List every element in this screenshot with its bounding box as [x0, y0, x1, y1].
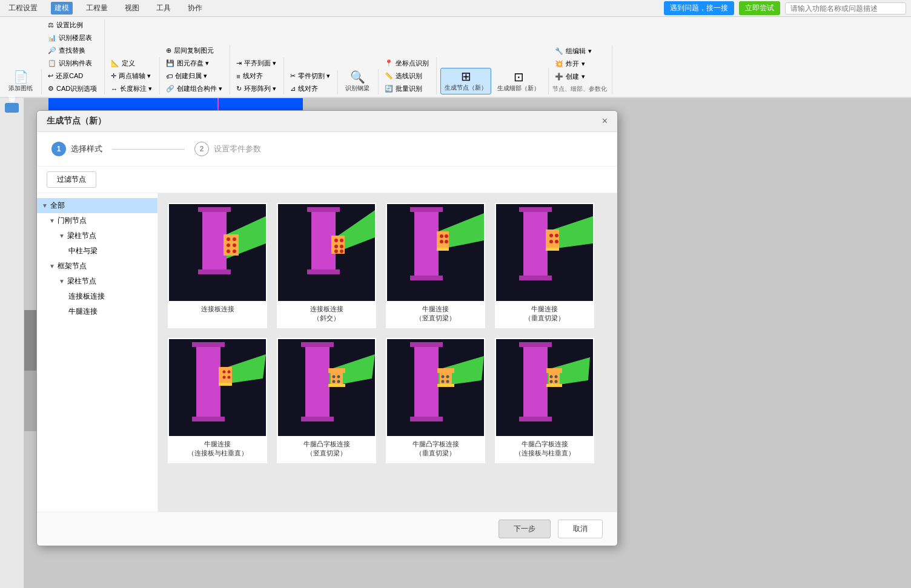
create-combo-button[interactable]: 🔗 创建组合构件 ▾	[164, 83, 225, 94]
identify-beam-button[interactable]: 🔍 识别钢梁	[342, 69, 373, 94]
group-edit-icon: 🔧	[555, 47, 563, 55]
svg-point-78	[333, 375, 336, 378]
tree-arrow-frame-beam-col: ▼	[59, 278, 65, 285]
cad-options-button[interactable]: ⚙ CAD识别选项	[45, 83, 99, 94]
tree-item-frame-beam-col[interactable]: ▼ 梁柱节点	[37, 274, 157, 289]
line-align2-button[interactable]: ⊿ 线对齐	[288, 83, 333, 94]
part-cut-button[interactable]: ✂ 零件切割 ▾	[288, 70, 333, 82]
sidebar-tab-main-component[interactable]: 主构件	[5, 103, 19, 113]
create-button[interactable]: ➕ 创建 ▾	[552, 71, 607, 82]
svg-point-67	[228, 370, 231, 373]
svg-rect-71	[192, 417, 225, 421]
grid-item-1[interactable]: 连接板连接	[168, 203, 267, 328]
tree-item-plate-connect[interactable]: 连接板连接	[37, 289, 157, 304]
ribbon-group-axis: 📐 定义 ✛ 两点辅轴 ▾ ↔ 长度标注 ▾	[106, 58, 160, 94]
svg-rect-37	[307, 207, 340, 212]
grid-thumb-7	[387, 339, 484, 436]
cancel-button[interactable]: 取消	[558, 520, 603, 538]
length-mark-button[interactable]: ↔ 长度标注 ▾	[108, 83, 154, 94]
svg-point-22	[233, 243, 236, 247]
define-label: 定义	[122, 59, 135, 68]
help-button[interactable]: 遇到问题，接一接	[664, 1, 734, 15]
tree-item-frame-node[interactable]: ▼ 框架节点	[37, 259, 157, 274]
find-replace-button[interactable]: 🔎 查找替换	[45, 45, 99, 56]
coord-identify-label: 坐标点识别	[396, 59, 429, 68]
svg-point-55	[549, 234, 553, 237]
grid-item-8[interactable]: 牛腿凸字板连接 （连接板与柱垂直）	[495, 338, 594, 463]
batch-identify-button[interactable]: 🔄 批量识别	[382, 83, 431, 94]
generate-node-button[interactable]: ⊞ 生成节点（新）	[440, 68, 491, 94]
tree-arrow-frame: ▼	[49, 263, 55, 269]
menu-item-tools[interactable]: 工具	[153, 2, 174, 15]
store-element-button[interactable]: 💾 图元存盘 ▾	[164, 58, 225, 69]
next-step-button[interactable]: 下一步	[499, 520, 551, 538]
grid-label-3: 牛腿连接 （竖直切梁）	[413, 301, 458, 327]
dialog-close-button[interactable]: ×	[602, 116, 608, 127]
floor-copy-button[interactable]: ⊕ 层间复制图元	[164, 45, 225, 56]
filter-node-button[interactable]: 过滤节点	[47, 171, 96, 188]
grid-item-4[interactable]: 牛腿连接 （垂直切梁）	[495, 203, 594, 328]
svg-point-80	[333, 380, 336, 383]
svg-rect-51	[523, 210, 548, 277]
store-element-icon: 💾	[166, 59, 174, 67]
line-align-button[interactable]: ≡ 线对齐	[234, 70, 279, 82]
grid-item-3[interactable]: 牛腿连接 （竖直切梁）	[386, 203, 485, 328]
thumb-svg-3	[387, 204, 484, 301]
explode-button[interactable]: 💥 炸开 ▾	[552, 58, 607, 70]
tree-item-bracket-connect[interactable]: 牛腿连接	[37, 304, 157, 319]
trial-button[interactable]: 立即尝试	[739, 1, 780, 15]
identify-component-button[interactable]: 📋 识别构件表	[45, 58, 99, 69]
menu-item-settings[interactable]: 工程设置	[5, 2, 41, 15]
set-scale-button[interactable]: ⚖ 设置比例	[45, 19, 99, 31]
svg-point-34	[340, 245, 343, 248]
grid-label-2: 连接板连接 （斜交）	[308, 301, 346, 327]
create-attribution-label: 创建归属 ▾	[175, 71, 207, 81]
menu-item-quantity[interactable]: 工程量	[82, 2, 111, 15]
tree-item-beam-col-node[interactable]: ▼ 梁柱节点	[37, 228, 157, 243]
find-replace-label: 查找替换	[59, 46, 85, 55]
restore-cad-icon: ↩	[48, 72, 53, 80]
tree-label-all: 全部	[50, 200, 65, 211]
group-edit-button[interactable]: 🔧 组编辑 ▾	[552, 45, 607, 57]
svg-point-91	[446, 375, 449, 378]
generate-detail-button[interactable]: ⊡ 生成细部（新）	[494, 69, 543, 94]
ribbon-toolbar: 📄 添加图纸 ⚖ 设置比例 📊 识别楼层表 🔎 查找替换 📋 识别构件表	[0, 17, 911, 98]
menu-item-modeling[interactable]: 建模	[51, 2, 73, 15]
svg-point-32	[340, 239, 343, 242]
align-to-face-button[interactable]: ⇥ 平齐到面 ▾	[234, 58, 279, 69]
add-drawing-button[interactable]: 📄 添加图纸	[5, 69, 36, 94]
svg-point-93	[446, 380, 449, 383]
line-align2-label: 线对齐	[298, 84, 318, 93]
search-input[interactable]	[785, 2, 906, 15]
grid-item-7[interactable]: 牛腿凸字板连接 （垂直切梁）	[386, 338, 485, 463]
menu-item-view[interactable]: 视图	[121, 2, 143, 15]
define-button[interactable]: 📐 定义	[108, 58, 154, 69]
length-mark-label: 长度标注 ▾	[120, 84, 152, 93]
restore-cad-button[interactable]: ↩ 还原CAD	[45, 70, 99, 82]
grid-item-2[interactable]: 连接板连接 （斜交）	[277, 203, 376, 328]
generate-node-icon: ⊞	[461, 70, 471, 82]
grid-label-7: 牛腿凸字板连接 （垂直切梁）	[410, 436, 462, 462]
grid-label-8: 牛腿凸字板连接 （连接板与柱垂直）	[512, 436, 577, 462]
cad-options-icon: ⚙	[48, 85, 54, 93]
create-attribution-button[interactable]: 🏷 创建归属 ▾	[164, 70, 225, 82]
generate-node-dialog: 生成节点（新） × 1 选择样式 2 设置零件参数	[36, 110, 618, 546]
menu-item-collab[interactable]: 协作	[184, 2, 206, 15]
svg-rect-26	[198, 269, 231, 274]
svg-point-69	[228, 375, 231, 378]
tree-item-portal-node[interactable]: ▼ 门刚节点	[37, 213, 157, 228]
circular-array-button[interactable]: ↻ 环形阵列 ▾	[234, 83, 279, 94]
tree-item-all[interactable]: ▼ 全部	[37, 198, 157, 213]
grid-item-5[interactable]: 牛腿连接 （连接板与柱垂直）	[168, 338, 267, 463]
step-1: 1 选择样式	[51, 142, 102, 156]
svg-point-24	[233, 249, 236, 253]
cad-canvas[interactable]: 生成节点（新） × 1 选择样式 2 设置零件参数	[24, 98, 911, 588]
svg-rect-49	[410, 276, 443, 280]
thumb-svg-1	[169, 204, 266, 301]
identify-floor-button[interactable]: 📊 识别楼层表	[45, 32, 99, 44]
coord-identify-button[interactable]: 📍 坐标点识别	[382, 58, 431, 69]
line-identify-button[interactable]: 📏 选线识别	[382, 70, 431, 82]
two-point-axis-button[interactable]: ✛ 两点辅轴 ▾	[108, 70, 154, 82]
tree-item-mid-col-beam[interactable]: 中柱与梁	[37, 243, 157, 259]
grid-item-6[interactable]: 牛腿凸字板连接 （竖直切梁）	[277, 338, 376, 463]
